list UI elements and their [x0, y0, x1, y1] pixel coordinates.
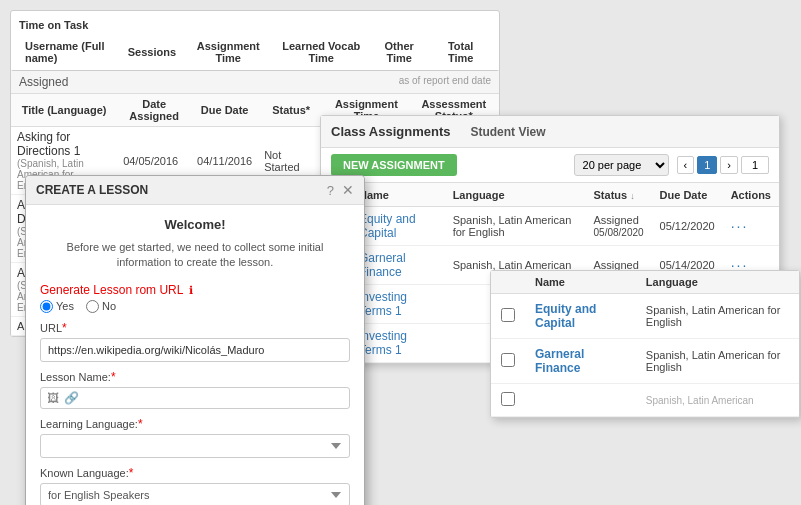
- sort-icon: ↓: [630, 191, 635, 201]
- learning-language-select[interactable]: [40, 434, 350, 458]
- actions-icon[interactable]: ···: [731, 218, 749, 234]
- sv-name-cell: Garneral Finance: [525, 339, 636, 384]
- sv-lesson-link[interactable]: Garneral Finance: [535, 347, 584, 375]
- sv-row-check: [491, 384, 525, 417]
- sv-table-row: Equity and Capital Spanish, Latin Americ…: [491, 294, 799, 339]
- sv-name-cell: Equity and Capital: [525, 294, 636, 339]
- url-label: URL*: [40, 321, 350, 335]
- url-input[interactable]: https://en.wikipedia.org/wiki/Nicolás_Ma…: [40, 338, 350, 362]
- page-input[interactable]: [741, 156, 769, 174]
- lesson-link[interactable]: Investing Terms 1: [359, 290, 407, 318]
- sv-name-cell: [525, 384, 636, 417]
- report-note: as of report end date: [399, 75, 491, 89]
- col-actions: Actions: [723, 183, 779, 207]
- ca-header: Class Assignments Student View: [321, 116, 779, 148]
- col-status: Status*: [258, 94, 324, 127]
- lesson-name-field: 🖼 🔗: [40, 387, 350, 409]
- generate-lesson-label: Generate Lesson rom URL ℹ: [40, 283, 350, 297]
- sv-row-checkbox[interactable]: [501, 353, 515, 367]
- modal-header: CREATE A LESSON ? ✕: [26, 176, 364, 205]
- col-due-date: Due Date: [652, 183, 723, 207]
- col-language: Language: [445, 183, 586, 207]
- next-page-button[interactable]: ›: [720, 156, 738, 174]
- radio-group: Yes No: [40, 300, 350, 313]
- col-status: Status ↓: [586, 183, 652, 207]
- sv-table-row: Garneral Finance Spanish, Latin American…: [491, 339, 799, 384]
- sv-col-check: [491, 271, 525, 294]
- student-view-label[interactable]: Student View: [470, 125, 545, 139]
- lesson-title: Asking for Directions 1: [17, 130, 111, 158]
- pagination: ‹ 1 ›: [677, 156, 769, 174]
- known-language-select[interactable]: for English Speakers: [40, 483, 350, 505]
- sv-row-check: [491, 294, 525, 339]
- col-vocab-time: Learned Vocab Time: [274, 37, 368, 67]
- image-icon: 🖼: [47, 391, 59, 405]
- generate-lesson-group: Generate Lesson rom URL ℹ Yes No: [40, 283, 350, 313]
- info-icon: ℹ: [189, 284, 193, 296]
- col-total-time: Total Time: [430, 37, 491, 67]
- create-lesson-modal: CREATE A LESSON ? ✕ Welcome! Before we g…: [25, 175, 365, 505]
- prev-page-button[interactable]: ‹: [677, 156, 695, 174]
- lesson-name-input[interactable]: [84, 392, 343, 404]
- sv-table-row: Spanish, Latin American: [491, 384, 799, 417]
- learning-language-group: Learning Language:*: [40, 417, 350, 458]
- description-text: Before we get started, we need to collec…: [40, 240, 350, 271]
- known-language-label: Known Language:*: [40, 466, 350, 480]
- new-assignment-button[interactable]: NEW ASSIGNMENT: [331, 154, 457, 176]
- radio-no[interactable]: [86, 300, 99, 313]
- assigned-label: Assigned: [19, 75, 68, 89]
- sv-lang-cell: Spanish, Latin American for English: [636, 294, 799, 339]
- due-date-cell: 05/12/2020: [652, 207, 723, 246]
- known-language-group: Known Language:* for English Speakers: [40, 466, 350, 505]
- col-sessions: Sessions: [122, 37, 182, 67]
- sv-row-checkbox[interactable]: [501, 392, 515, 406]
- sv-row-checkbox[interactable]: [501, 308, 515, 322]
- col-title: Title (Language): [11, 94, 117, 127]
- sv-lesson-link[interactable]: Equity and Capital: [535, 302, 596, 330]
- ca-toolbar: NEW ASSIGNMENT 20 per page 50 per page 1…: [321, 148, 779, 183]
- sv-col-name: Name: [525, 271, 636, 294]
- col-date-assigned: Date Assigned: [117, 94, 191, 127]
- col-name: Name: [351, 183, 445, 207]
- name-cell: Equity and Capital: [351, 207, 445, 246]
- lesson-link[interactable]: Equity and Capital: [359, 212, 416, 240]
- col-due-date: Due Date: [191, 94, 258, 127]
- url-group: URL* https://en.wikipedia.org/wiki/Nicol…: [40, 321, 350, 362]
- close-icon[interactable]: ✕: [342, 182, 354, 198]
- learning-language-label: Learning Language:*: [40, 417, 350, 431]
- current-page-button[interactable]: 1: [697, 156, 717, 174]
- name-cell: Investing Terms 1: [351, 324, 445, 363]
- assigned-header: Assigned as of report end date: [11, 71, 499, 94]
- per-page-select[interactable]: 20 per page 50 per page 100 per page: [574, 154, 669, 176]
- actions-cell: ···: [723, 207, 779, 246]
- lesson-link[interactable]: Investing Terms 1: [359, 329, 407, 357]
- lesson-name-group: Lesson Name:* 🖼 🔗: [40, 370, 350, 409]
- radio-yes[interactable]: [40, 300, 53, 313]
- lesson-name-label: Lesson Name:*: [40, 370, 350, 384]
- radio-no-label: No: [86, 300, 116, 313]
- sv-lang-cell: Spanish, Latin American: [636, 384, 799, 417]
- sv-row-check: [491, 339, 525, 384]
- name-cell: Investing Terms 1: [351, 285, 445, 324]
- link-icon: 🔗: [64, 391, 79, 405]
- radio-yes-label: Yes: [40, 300, 74, 313]
- modal-body: Welcome! Before we get started, we need …: [26, 205, 364, 505]
- student-view-popup: Name Language Equity and Capital Spanish…: [490, 270, 800, 418]
- col-other-time: Other Time: [368, 37, 430, 67]
- ca-title: Class Assignments: [331, 124, 450, 139]
- col-assignment-time: Assignment Time: [182, 37, 274, 67]
- col-username: Username (Full name): [19, 37, 122, 67]
- language-cell: Spanish, Latin American for English: [445, 207, 586, 246]
- sv-col-language: Language: [636, 271, 799, 294]
- lesson-link[interactable]: Garneral Finance: [359, 251, 406, 279]
- welcome-text: Welcome!: [40, 217, 350, 232]
- help-icon[interactable]: ?: [327, 183, 334, 198]
- panel-title: Time on Task: [19, 19, 491, 31]
- sv-lang-cell: Spanish, Latin American for English: [636, 339, 799, 384]
- name-cell: Garneral Finance: [351, 246, 445, 285]
- status-cell: Assigned05/08/2020: [586, 207, 652, 246]
- table-row: Equity and Capital Spanish, Latin Americ…: [321, 207, 779, 246]
- student-view-table: Name Language Equity and Capital Spanish…: [491, 271, 799, 417]
- modal-title: CREATE A LESSON: [36, 183, 327, 197]
